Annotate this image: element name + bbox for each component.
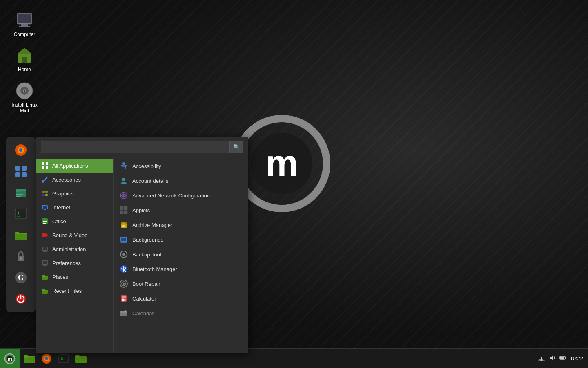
taskbar-start-button[interactable]: m (0, 349, 20, 368)
category-sound-video[interactable]: Sound & Video (36, 228, 113, 242)
category-administration[interactable]: Administration (36, 242, 113, 256)
home-icon (15, 45, 34, 65)
svg-point-99 (123, 300, 125, 301)
category-office[interactable]: Office (36, 214, 113, 228)
apps-panel: Accessibility Account details (114, 157, 248, 353)
svg-rect-121 (75, 355, 80, 358)
svg-rect-39 (42, 162, 44, 165)
backup-app-icon (119, 250, 128, 259)
svg-point-88 (122, 253, 125, 256)
svg-point-16 (19, 148, 22, 152)
side-panel-item-apps[interactable] (11, 162, 31, 181)
svg-rect-60 (43, 251, 47, 252)
category-internet[interactable]: Internet (36, 200, 113, 214)
taskbar-item-folder-green[interactable] (21, 350, 38, 367)
backup-tool-label: Backup Tool (132, 251, 161, 258)
network-status-icon[interactable] (538, 354, 545, 363)
svg-rect-2 (21, 24, 28, 26)
battery-icon[interactable] (559, 354, 566, 363)
archive-app-icon (119, 220, 128, 229)
app-advanced-network[interactable]: Advanced Network Configuration (114, 188, 248, 203)
svg-point-46 (42, 194, 45, 196)
graphics-icon (41, 189, 49, 197)
svg-rect-26 (16, 196, 21, 197)
category-preferences[interactable]: Preferences (36, 256, 113, 270)
svg-rect-129 (565, 357, 566, 359)
side-panel-item-lock[interactable] (11, 247, 31, 266)
svg-text:$: $ (17, 210, 20, 215)
svg-rect-63 (44, 265, 46, 265)
app-backup-tool[interactable]: Backup Tool (114, 247, 248, 262)
app-account-details[interactable]: Account details (114, 173, 248, 188)
svg-rect-6 (22, 57, 27, 63)
volume-icon[interactable] (548, 354, 556, 363)
sound-video-icon (41, 231, 49, 239)
search-input[interactable] (41, 141, 229, 153)
svg-rect-85 (121, 238, 126, 241)
search-input-wrapper: 🔍 (41, 141, 243, 153)
svg-rect-77 (124, 211, 127, 214)
desktop-icon-computer[interactable]: Computer (8, 8, 41, 39)
svg-rect-74 (120, 206, 123, 210)
graphics-label: Graphics (52, 191, 74, 197)
svg-rect-23 (16, 189, 20, 192)
boot-repair-app-icon (119, 279, 128, 288)
app-calculator[interactable]: Calculator (114, 291, 248, 306)
svg-marker-127 (550, 355, 553, 360)
category-accessories[interactable]: Accessories (36, 173, 113, 186)
side-panel-item-terminal[interactable]: _ $ (11, 204, 31, 224)
category-places[interactable]: Places (36, 270, 113, 284)
side-panel-item-folder[interactable] (11, 225, 31, 245)
accessibility-app-icon (119, 162, 128, 171)
taskbar-right: 10:22 (538, 354, 588, 363)
svg-point-45 (45, 191, 48, 193)
svg-text:m: m (265, 143, 298, 184)
desktop-icon-home[interactable]: Home (8, 43, 41, 74)
search-button[interactable]: 🔍 (229, 141, 243, 153)
svg-text:$_: $_ (61, 356, 66, 361)
app-accessibility[interactable]: Accessibility (114, 159, 248, 173)
svg-rect-75 (124, 206, 127, 210)
app-calendar[interactable]: Calendar (114, 306, 248, 321)
calculator-app-icon (119, 294, 128, 303)
svg-rect-76 (120, 211, 123, 214)
svg-rect-18 (22, 166, 27, 171)
svg-point-43 (42, 180, 44, 183)
svg-rect-102 (120, 311, 127, 313)
category-graphics[interactable]: Graphics (36, 186, 113, 200)
bluetooth-app-icon (119, 265, 128, 274)
side-panel-item-files[interactable] (11, 183, 31, 202)
svg-rect-41 (42, 166, 44, 169)
svg-rect-80 (122, 223, 125, 224)
app-bluetooth[interactable]: Bluetooth Manager (114, 262, 248, 276)
svg-rect-113 (24, 355, 28, 358)
app-backgrounds[interactable]: Backgrounds (114, 232, 248, 247)
svg-rect-58 (43, 247, 47, 250)
svg-rect-106 (123, 314, 125, 314)
svg-rect-17 (15, 166, 20, 171)
places-label: Places (52, 274, 68, 280)
category-all-applications[interactable]: All Applications (36, 159, 113, 173)
boot-repair-label: Boot Repair (132, 281, 160, 287)
archive-manager-label: Archive Manager (132, 222, 172, 228)
desktop: Computer Home I (0, 0, 588, 368)
recent-icon (41, 287, 49, 295)
svg-point-100 (125, 300, 126, 301)
side-panel-item-power[interactable] (11, 289, 31, 309)
svg-rect-42 (46, 166, 48, 169)
applets-label: Applets (132, 207, 150, 213)
svg-rect-107 (125, 314, 126, 314)
svg-rect-25 (16, 194, 23, 195)
app-applets[interactable]: Applets (114, 203, 248, 218)
desktop-icons-area: Computer Home I (8, 8, 41, 116)
svg-rect-64 (43, 265, 47, 266)
svg-rect-67 (42, 275, 45, 277)
side-panel-item-firefox[interactable] (11, 140, 31, 160)
app-archive-manager[interactable]: Archive Manager (114, 218, 248, 232)
desktop-icon-install[interactable]: Install Linux Mint (8, 79, 41, 116)
side-panel-item-gimp[interactable]: G (11, 268, 31, 287)
svg-rect-105 (122, 314, 123, 314)
app-boot-repair[interactable]: Boot Repair (114, 276, 248, 291)
category-recent[interactable]: Recent Files (36, 284, 113, 298)
svg-rect-50 (44, 209, 46, 210)
